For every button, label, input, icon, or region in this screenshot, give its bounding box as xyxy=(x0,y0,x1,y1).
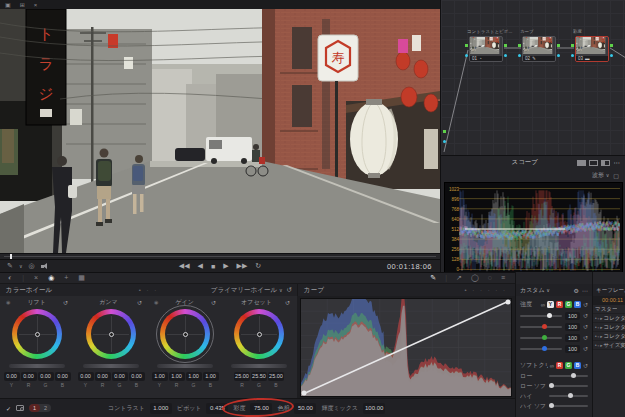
curves-preset-select[interactable]: カスタム ∨ xyxy=(520,286,571,295)
node-03-rgb-out[interactable] xyxy=(610,44,613,47)
lock-icon[interactable]: ▫ xyxy=(598,332,600,341)
offset-b-value[interactable]: 25.00 xyxy=(268,372,284,381)
node-01-rgb-out[interactable] xyxy=(504,44,507,47)
loop-button[interactable]: ↻ xyxy=(255,262,261,270)
low-slider[interactable] xyxy=(549,375,588,377)
skip-forward-button[interactable]: ▶▶ xyxy=(237,262,248,270)
node-03-key-in[interactable] xyxy=(571,54,574,57)
curves-page-dots[interactable]: • · · · · · xyxy=(465,287,515,293)
node-02[interactable]: 02✎ xyxy=(522,36,556,62)
lum-mix-value[interactable]: 100.00 xyxy=(363,403,385,414)
reset-icon[interactable]: ↺ xyxy=(583,334,588,341)
scope-layout-double-icon[interactable] xyxy=(589,160,598,166)
gamma-g-value[interactable]: 0.00 xyxy=(112,372,128,381)
high-slider[interactable] xyxy=(549,395,588,397)
node-01-key-in[interactable] xyxy=(465,54,468,57)
viewer-canvas[interactable] xyxy=(0,9,440,253)
viewer-crop-icon[interactable]: × xyxy=(34,2,38,8)
wheels-preset-select[interactable]: プライマリーホイール ∨ xyxy=(211,286,283,295)
source-node-rgb-dot[interactable] xyxy=(443,130,446,133)
chip-g[interactable]: G xyxy=(565,301,572,308)
y-slider-value[interactable]: 100 xyxy=(565,312,580,320)
auto-balance-icon[interactable]: ✓ xyxy=(6,405,11,412)
lift-color-wheel[interactable] xyxy=(12,309,62,359)
reset-icon[interactable]: ↺ xyxy=(583,362,588,369)
hue-value[interactable]: 50.00 xyxy=(294,403,316,414)
enable-dot-icon[interactable]: • xyxy=(595,323,597,332)
viewer-grid-icon[interactable]: ▣ xyxy=(5,1,11,8)
scope-menu-icon[interactable]: ⋯ xyxy=(614,159,621,167)
contrast-value[interactable]: 1.000 xyxy=(150,403,172,414)
gang-link-icon[interactable]: ∞ xyxy=(550,363,554,369)
lift-y-value[interactable]: 0.00 xyxy=(4,372,20,381)
r-slider[interactable] xyxy=(520,326,562,328)
qualifier-tool-icon-active[interactable]: ◉ xyxy=(48,274,54,282)
page-selector[interactable]: 1 2 xyxy=(29,404,51,412)
page-1[interactable]: 1 xyxy=(29,404,40,412)
keyframe-track-row[interactable]: • ▫ ▸ サイズ変更 xyxy=(593,341,625,350)
offset-g-value[interactable]: 25.50 xyxy=(251,372,267,381)
offset-master-wheel[interactable] xyxy=(231,364,287,368)
page-2[interactable]: 2 xyxy=(40,404,51,412)
expand-arrow-icon[interactable]: ▸ xyxy=(600,314,602,323)
ab-compare-icon[interactable]: ≡ xyxy=(501,274,505,282)
gamma-r-value[interactable]: 0.00 xyxy=(95,372,111,381)
shot-match-icon[interactable] xyxy=(16,405,24,411)
wheel-reset-icon[interactable]: ↺ xyxy=(211,299,216,306)
settings-gear-icon[interactable]: ⚙ xyxy=(574,287,579,294)
gamma-color-wheel[interactable] xyxy=(86,309,136,359)
gain-g-value[interactable]: 1.00 xyxy=(186,372,202,381)
expand-arrow-icon[interactable]: ▸ xyxy=(600,323,602,332)
wheels-page-dots[interactable]: • · · xyxy=(86,287,211,293)
b-slider[interactable] xyxy=(520,348,562,350)
node-02-rgb-in[interactable] xyxy=(518,44,521,47)
expand-arrow-icon[interactable]: ▸ xyxy=(600,341,602,350)
lift-master-wheel[interactable] xyxy=(9,364,65,368)
wheel-reset-icon[interactable]: ↺ xyxy=(285,299,290,306)
lock-icon[interactable]: ▫ xyxy=(598,314,600,323)
reset-icon[interactable]: ↺ xyxy=(583,301,588,308)
wheels-reset-icon[interactable]: ↺ xyxy=(287,286,292,294)
offset-r-value[interactable]: 25.00 xyxy=(234,372,250,381)
lift-g-value[interactable]: 0.00 xyxy=(38,372,54,381)
node-01-key-out[interactable] xyxy=(504,54,507,57)
gallery-tool-icon[interactable]: ▦ xyxy=(78,274,85,282)
high-soft-slider[interactable] xyxy=(549,405,588,407)
reset-icon[interactable]: ↺ xyxy=(583,312,588,319)
tracker-tool-icon[interactable]: × xyxy=(34,274,38,282)
softclip-chip-g[interactable]: G xyxy=(565,362,572,369)
chip-r[interactable]: R xyxy=(556,301,563,308)
gamma-master-wheel[interactable] xyxy=(83,364,139,368)
softclip-chip-r[interactable]: R xyxy=(556,362,563,369)
wheel-indicator[interactable] xyxy=(35,332,40,337)
node-03-selected[interactable]: 03▬ xyxy=(575,36,609,62)
lift-r-value[interactable]: 0.00 xyxy=(21,372,37,381)
source-node-alpha-dot[interactable] xyxy=(443,140,446,143)
scope-expand-icon[interactable]: ▢ xyxy=(613,172,619,179)
audio-mute-icon[interactable] xyxy=(41,263,49,270)
low-soft-slider[interactable] xyxy=(549,385,588,387)
viewer-layout-icon[interactable]: ⊞ xyxy=(20,1,25,8)
node-01[interactable]: 01◔ xyxy=(469,36,503,62)
circle-window-icon[interactable]: ◯ xyxy=(471,274,479,282)
lift-b-value[interactable]: 0.00 xyxy=(55,372,71,381)
gamma-b-value[interactable]: 0.00 xyxy=(129,372,145,381)
gain-r-value[interactable]: 1.00 xyxy=(169,372,185,381)
wheel-indicator[interactable] xyxy=(257,332,262,337)
stop-button[interactable]: ■ xyxy=(211,263,215,270)
gamma-y-value[interactable]: 0.00 xyxy=(78,372,94,381)
gain-color-wheel[interactable] xyxy=(160,309,210,359)
node-01-rgb-in[interactable] xyxy=(465,44,468,47)
step-back-button[interactable]: ◀ xyxy=(198,262,203,270)
g-slider-value[interactable]: 100 xyxy=(565,334,580,342)
softclip-chip-b[interactable]: B xyxy=(574,362,581,369)
node-03-rgb-in[interactable] xyxy=(571,44,574,47)
enable-dot-icon[interactable]: • xyxy=(595,332,597,341)
enable-dot-icon[interactable]: • xyxy=(595,314,597,323)
window-tool-icon[interactable]: + xyxy=(64,274,68,282)
gain-master-wheel[interactable] xyxy=(157,364,213,368)
node-02-key-in[interactable] xyxy=(518,54,521,57)
play-button[interactable]: ▶ xyxy=(223,262,228,270)
color-wheels-tool-icon[interactable]: ◐ xyxy=(8,274,12,282)
wheel-indicator[interactable] xyxy=(183,332,188,337)
